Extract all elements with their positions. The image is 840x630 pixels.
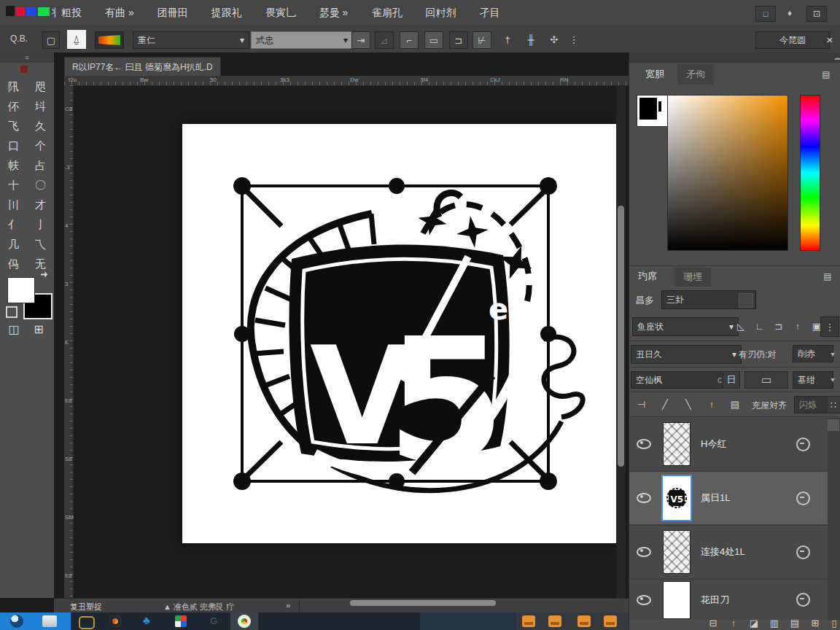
option-icon-9[interactable]: ✣ xyxy=(545,31,563,47)
fill-slider-arrow-icon[interactable]: ▾ xyxy=(828,371,838,387)
layer-thumbnail[interactable] xyxy=(663,530,691,574)
folder-icon-3[interactable] xyxy=(578,615,591,627)
vertical-ruler[interactable]: C8 .3 4 3 £ E8 S8 SM E8 xyxy=(64,85,74,598)
tool-icon-17[interactable]: 几 xyxy=(0,235,27,254)
gradient-preview-button[interactable] xyxy=(95,31,124,49)
window-minimize-icon[interactable]: □ xyxy=(755,6,776,22)
marquee-option-icon[interactable]: ▢ xyxy=(42,31,60,49)
layers-panel-menu-icon[interactable]: ▤ xyxy=(820,269,835,284)
filter-toggle-icon[interactable]: ⋮ xyxy=(820,316,839,337)
option-icon-4[interactable]: ▭ xyxy=(424,31,443,49)
menu-item-4[interactable]: 提跟礼 xyxy=(209,7,245,20)
tool-preset-picker[interactable]: Q.B. xyxy=(10,34,28,44)
tool-icon-13[interactable]: 〣 xyxy=(0,195,27,215)
tool-mode-dropdown[interactable]: 重仁▾ xyxy=(133,31,249,49)
blend-mode-dropdown[interactable]: 丑日久▾ xyxy=(631,345,742,364)
eye-icon[interactable] xyxy=(637,439,651,449)
filter-shape-icon[interactable]: ↑ xyxy=(790,318,806,334)
document-tab[interactable]: R以IP77名← 曰且 德菊麿為H扒癿.D xyxy=(64,57,221,77)
tab-channels[interactable]: 珊埋 xyxy=(674,268,711,287)
adjustment-layer-icon[interactable]: ▥ xyxy=(766,615,782,630)
pen-icon[interactable]: ╲ xyxy=(680,396,696,412)
commit-transform-button[interactable]: 今琵圆 xyxy=(755,31,830,49)
delete-layer-icon[interactable]: ▯ xyxy=(826,615,840,630)
folder-icon-2[interactable] xyxy=(548,615,561,627)
tab-color[interactable]: 宽胆 xyxy=(637,64,673,85)
tool-icon-1[interactable]: 阠 xyxy=(0,77,27,97)
layer-row-1[interactable]: H今红 xyxy=(629,418,828,470)
tool-icon-19[interactable]: 㐷 xyxy=(0,254,27,274)
option-icon-8[interactable]: ╫ xyxy=(522,31,540,47)
layer-row-3[interactable]: 连接4处1L xyxy=(629,526,828,578)
screen-mode-icon[interactable]: ⊞ xyxy=(31,321,47,337)
tool-icon-8[interactable]: 个 xyxy=(27,136,54,156)
layer-lock-badge-icon[interactable] xyxy=(796,491,810,505)
browser-ring-icon[interactable] xyxy=(109,615,121,627)
color-saturation-field[interactable] xyxy=(667,95,788,251)
toolbar-collapse-icon[interactable]: ≡ xyxy=(0,52,54,63)
layer-thumbnail-white[interactable] xyxy=(663,581,691,619)
eye-icon[interactable] xyxy=(637,547,651,557)
tool-icon-7[interactable]: 口 xyxy=(0,136,27,156)
option-icon-1[interactable]: ⇥ xyxy=(351,31,370,49)
layer-filter-dropdown[interactable]: 鱼座状▾ xyxy=(632,317,739,336)
tool-icon-16[interactable]: 亅 xyxy=(27,215,54,235)
menu-item-9[interactable]: 孑目 xyxy=(476,7,502,20)
menu-item-3[interactable]: 团冊田 xyxy=(155,7,191,20)
link-layers-icon[interactable]: ⊟ xyxy=(705,615,721,630)
menu-item-7[interactable]: 雀扇孔 xyxy=(368,7,405,20)
quick-mask-icon[interactable]: ◫ xyxy=(6,321,22,337)
status-chevron-icon[interactable]: » xyxy=(286,601,290,610)
tool-icon-15[interactable]: 亻 xyxy=(0,215,27,235)
tool-icon-11[interactable]: 十 xyxy=(0,176,27,195)
canvas-vertical-scrollbar[interactable] xyxy=(616,85,626,598)
options-overflow-icon[interactable]: ⋮ xyxy=(569,31,579,47)
option-icon-5[interactable]: ⊐ xyxy=(449,31,468,49)
tool-icon-18[interactable]: 乁 xyxy=(27,235,54,254)
tool-icon-14[interactable]: 才 xyxy=(27,195,54,215)
chrome-icon[interactable] xyxy=(238,615,251,628)
option-icon-6[interactable]: ⊬ xyxy=(472,31,491,49)
layer-row-4[interactable]: 花田刀 xyxy=(629,580,828,620)
layers-search-input[interactable]: 三卦 xyxy=(661,290,756,309)
tool-icon-9[interactable]: 㠸 xyxy=(0,156,27,176)
zoom-level-text[interactable]: 复丑塑捉 xyxy=(70,602,102,612)
tool-icon-4[interactable]: 㘰 xyxy=(27,97,54,117)
layer-mask-icon[interactable]: ◪ xyxy=(746,615,762,630)
lock-all-icon[interactable]: ▭ xyxy=(744,371,788,389)
horizontal-ruler[interactable]: t2u Bw 50 3k3 Dw 3f4 CkJ RN xyxy=(64,76,629,86)
layer-lock-badge-icon[interactable] xyxy=(796,593,810,607)
layer-row-2-selected[interactable]: V5 属日1L xyxy=(629,472,828,524)
option-icon-3[interactable]: ⌐ xyxy=(400,31,419,49)
search-clear-icon[interactable] xyxy=(739,293,753,308)
default-colors-icon[interactable] xyxy=(6,306,18,318)
filter-pixel-icon[interactable]: ◺ xyxy=(733,318,749,334)
blue-app-icon[interactable]: ♣ xyxy=(143,614,150,626)
opacity-slider-arrow-icon[interactable]: ▾ xyxy=(828,345,838,362)
tool-icon-12[interactable]: 〇 xyxy=(27,176,54,195)
layer-thumbnail-logo[interactable]: V5 xyxy=(663,476,691,520)
layer-lock-badge-icon[interactable] xyxy=(796,545,810,559)
canvas-area[interactable]: R以IP77名← 曰且 德菊麿為H扒癿.D t2u Bw 50 3k3 Dw 3… xyxy=(54,52,629,598)
tool-icon-2[interactable]: 咫 xyxy=(27,77,54,97)
app-window-icon[interactable] xyxy=(79,616,95,629)
move-up-icon[interactable]: ↑ xyxy=(704,396,720,412)
menu-item-8[interactable]: 回籿剂 xyxy=(422,7,459,20)
color-fg-bg-swatch[interactable] xyxy=(637,95,669,127)
tab-swatches[interactable]: 矛佝 xyxy=(677,64,714,85)
color-tiles-icon[interactable] xyxy=(175,615,187,627)
layer-lock-badge-icon[interactable] xyxy=(796,438,810,451)
artboard[interactable]: V 5 e xyxy=(182,124,616,543)
layer-thumbnail[interactable] xyxy=(663,422,691,466)
window-restore-icon[interactable]: ⊡ xyxy=(806,6,827,22)
active-app-slot[interactable] xyxy=(230,612,258,630)
option-icon-7[interactable]: † xyxy=(499,31,516,47)
distribute-icon[interactable]: ▤ xyxy=(727,396,743,412)
menu-item-6[interactable]: 瑟曼 » xyxy=(316,7,351,20)
eye-icon[interactable] xyxy=(637,595,651,605)
align-left-icon[interactable]: ⊣ xyxy=(634,396,650,412)
option-icon-2[interactable]: ⊿ xyxy=(375,31,394,49)
eye-icon[interactable] xyxy=(637,493,651,503)
brush-icon[interactable]: ╱ xyxy=(657,396,673,412)
panel-collapse-icon[interactable]: ▬ xyxy=(629,52,840,63)
